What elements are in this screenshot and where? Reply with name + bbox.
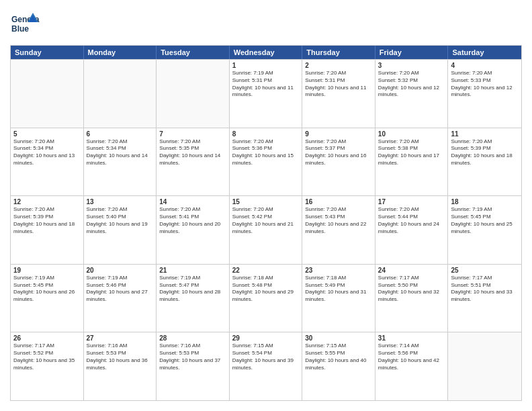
day-number: 31	[378, 334, 445, 342]
calendar-cell: 31 Sunrise: 7:14 AMSunset: 5:56 PMDaylig…	[375, 332, 449, 400]
calendar-cell	[11, 60, 84, 128]
cell-info: Sunrise: 7:20 AMSunset: 5:31 PMDaylight:…	[305, 70, 372, 99]
calendar-cell	[84, 60, 157, 128]
calendar-header: SundayMondayTuesdayWednesdayThursdayFrid…	[11, 46, 521, 59]
calendar-cell: 4 Sunrise: 7:20 AMSunset: 5:33 PMDayligh…	[448, 60, 521, 128]
calendar-cell: 14 Sunrise: 7:20 AMSunset: 5:41 PMDaylig…	[157, 196, 230, 264]
day-number: 23	[305, 267, 372, 274]
calendar-cell	[157, 60, 230, 128]
cell-info: Sunrise: 7:17 AMSunset: 5:50 PMDaylight:…	[378, 275, 445, 304]
cell-info: Sunrise: 7:20 AMSunset: 5:44 PMDaylight:…	[378, 206, 445, 235]
cell-info: Sunrise: 7:17 AMSunset: 5:51 PMDaylight:…	[451, 275, 519, 304]
cell-info: Sunrise: 7:20 AMSunset: 5:41 PMDaylight:…	[159, 206, 226, 235]
day-number: 18	[451, 198, 519, 205]
cell-info: Sunrise: 7:20 AMSunset: 5:43 PMDaylight:…	[305, 206, 372, 235]
logo-svg: General Blue	[10, 10, 40, 40]
calendar-cell: 17 Sunrise: 7:20 AMSunset: 5:44 PMDaylig…	[375, 196, 449, 264]
day-number: 8	[232, 130, 300, 138]
day-number: 22	[232, 267, 300, 274]
day-number: 14	[159, 198, 226, 205]
header: General Blue	[10, 10, 522, 40]
day-number: 25	[451, 267, 519, 274]
day-number: 7	[159, 130, 226, 138]
cell-info: Sunrise: 7:20 AMSunset: 5:39 PMDaylight:…	[13, 206, 81, 235]
cell-info: Sunrise: 7:19 AMSunset: 5:31 PMDaylight:…	[232, 70, 300, 99]
day-of-week-header: Thursday	[302, 46, 375, 59]
cell-info: Sunrise: 7:20 AMSunset: 5:34 PMDaylight:…	[87, 138, 154, 167]
calendar-cell: 21 Sunrise: 7:19 AMSunset: 5:47 PMDaylig…	[157, 265, 230, 332]
calendar-cell: 11 Sunrise: 7:20 AMSunset: 5:39 PMDaylig…	[448, 128, 521, 196]
calendar-cell: 13 Sunrise: 7:20 AMSunset: 5:40 PMDaylig…	[84, 196, 157, 264]
calendar-cell: 26 Sunrise: 7:17 AMSunset: 5:52 PMDaylig…	[11, 332, 84, 400]
calendar-cell: 20 Sunrise: 7:19 AMSunset: 5:46 PMDaylig…	[84, 265, 157, 332]
cell-info: Sunrise: 7:19 AMSunset: 5:45 PMDaylight:…	[451, 206, 519, 235]
calendar-cell: 9 Sunrise: 7:20 AMSunset: 5:37 PMDayligh…	[302, 128, 375, 196]
logo: General Blue	[10, 10, 40, 40]
svg-text:Blue: Blue	[11, 24, 29, 34]
calendar-cell: 12 Sunrise: 7:20 AMSunset: 5:39 PMDaylig…	[11, 196, 84, 264]
day-number: 17	[378, 198, 445, 205]
day-of-week-header: Monday	[84, 46, 157, 59]
cell-info: Sunrise: 7:16 AMSunset: 5:53 PMDaylight:…	[159, 342, 226, 371]
calendar-cell	[448, 332, 521, 400]
day-number: 12	[13, 198, 81, 205]
day-number: 28	[159, 334, 226, 342]
calendar-body: 1 Sunrise: 7:19 AMSunset: 5:31 PMDayligh…	[11, 59, 521, 400]
cell-info: Sunrise: 7:20 AMSunset: 5:38 PMDaylight:…	[378, 138, 445, 167]
day-number: 9	[305, 130, 372, 138]
cell-info: Sunrise: 7:20 AMSunset: 5:37 PMDaylight:…	[305, 138, 372, 167]
cell-info: Sunrise: 7:15 AMSunset: 5:55 PMDaylight:…	[305, 342, 372, 371]
day-number: 27	[87, 334, 154, 342]
calendar-cell: 5 Sunrise: 7:20 AMSunset: 5:34 PMDayligh…	[11, 128, 84, 196]
day-number: 20	[87, 267, 154, 274]
calendar-cell: 27 Sunrise: 7:16 AMSunset: 5:53 PMDaylig…	[84, 332, 157, 400]
day-of-week-header: Tuesday	[157, 46, 230, 59]
cell-info: Sunrise: 7:20 AMSunset: 5:36 PMDaylight:…	[232, 138, 300, 167]
calendar-row: 19 Sunrise: 7:19 AMSunset: 5:45 PMDaylig…	[11, 264, 521, 332]
day-number: 15	[232, 198, 300, 205]
calendar-cell: 24 Sunrise: 7:17 AMSunset: 5:50 PMDaylig…	[375, 265, 449, 332]
calendar-row: 12 Sunrise: 7:20 AMSunset: 5:39 PMDaylig…	[11, 195, 521, 264]
day-number: 3	[378, 62, 445, 69]
calendar-cell: 22 Sunrise: 7:18 AMSunset: 5:48 PMDaylig…	[230, 265, 303, 332]
day-number: 1	[232, 62, 300, 69]
calendar-row: 5 Sunrise: 7:20 AMSunset: 5:34 PMDayligh…	[11, 128, 521, 196]
calendar-cell: 3 Sunrise: 7:20 AMSunset: 5:32 PMDayligh…	[375, 60, 449, 128]
cell-info: Sunrise: 7:20 AMSunset: 5:39 PMDaylight:…	[451, 138, 519, 167]
cell-info: Sunrise: 7:16 AMSunset: 5:53 PMDaylight:…	[87, 342, 154, 371]
calendar-cell: 8 Sunrise: 7:20 AMSunset: 5:36 PMDayligh…	[230, 128, 303, 196]
cell-info: Sunrise: 7:19 AMSunset: 5:45 PMDaylight:…	[13, 275, 81, 304]
day-number: 29	[232, 334, 300, 342]
cell-info: Sunrise: 7:19 AMSunset: 5:47 PMDaylight:…	[159, 275, 226, 304]
day-number: 24	[378, 267, 445, 274]
day-of-week-header: Saturday	[448, 46, 521, 59]
calendar-cell: 7 Sunrise: 7:20 AMSunset: 5:35 PMDayligh…	[157, 128, 230, 196]
cell-info: Sunrise: 7:18 AMSunset: 5:49 PMDaylight:…	[305, 275, 372, 304]
day-number: 10	[378, 130, 445, 138]
cell-info: Sunrise: 7:20 AMSunset: 5:34 PMDaylight:…	[13, 138, 81, 167]
day-number: 11	[451, 130, 519, 138]
page: General Blue SundayMondayTuesdayWednesda…	[0, 0, 532, 411]
day-of-week-header: Sunday	[11, 46, 84, 59]
calendar-cell: 15 Sunrise: 7:20 AMSunset: 5:42 PMDaylig…	[230, 196, 303, 264]
cell-info: Sunrise: 7:20 AMSunset: 5:42 PMDaylight:…	[232, 206, 300, 235]
day-number: 21	[159, 267, 226, 274]
calendar-cell: 1 Sunrise: 7:19 AMSunset: 5:31 PMDayligh…	[230, 60, 303, 128]
calendar-cell: 2 Sunrise: 7:20 AMSunset: 5:31 PMDayligh…	[302, 60, 375, 128]
day-number: 5	[13, 130, 81, 138]
calendar-cell: 18 Sunrise: 7:19 AMSunset: 5:45 PMDaylig…	[448, 196, 521, 264]
cell-info: Sunrise: 7:15 AMSunset: 5:54 PMDaylight:…	[232, 342, 300, 371]
day-number: 19	[13, 267, 81, 274]
day-number: 16	[305, 198, 372, 205]
cell-info: Sunrise: 7:19 AMSunset: 5:46 PMDaylight:…	[87, 275, 154, 304]
cell-info: Sunrise: 7:20 AMSunset: 5:35 PMDaylight:…	[159, 138, 226, 167]
calendar: SundayMondayTuesdayWednesdayThursdayFrid…	[10, 45, 522, 401]
day-number: 2	[305, 62, 372, 69]
calendar-cell: 16 Sunrise: 7:20 AMSunset: 5:43 PMDaylig…	[302, 196, 375, 264]
cell-info: Sunrise: 7:20 AMSunset: 5:33 PMDaylight:…	[451, 70, 519, 99]
day-number: 4	[451, 62, 519, 69]
calendar-cell: 6 Sunrise: 7:20 AMSunset: 5:34 PMDayligh…	[84, 128, 157, 196]
day-number: 26	[13, 334, 81, 342]
calendar-cell: 10 Sunrise: 7:20 AMSunset: 5:38 PMDaylig…	[375, 128, 449, 196]
calendar-cell: 19 Sunrise: 7:19 AMSunset: 5:45 PMDaylig…	[11, 265, 84, 332]
